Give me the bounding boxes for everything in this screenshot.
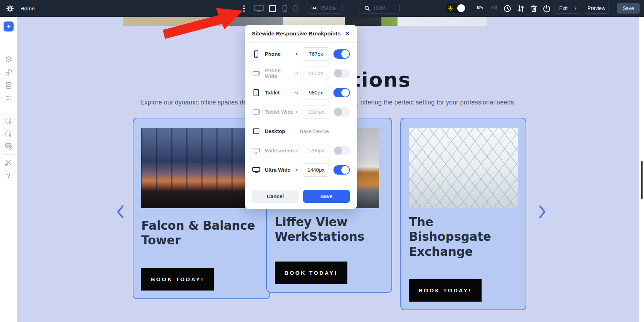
svg-text:?: ? (7, 173, 10, 179)
width-icon (312, 6, 317, 11)
comparator: < (294, 70, 299, 76)
trash-icon[interactable] (530, 4, 538, 13)
breakpoint-value-input[interactable] (303, 67, 329, 80)
breakpoint-label: Desktop (265, 128, 300, 134)
phone-icon (252, 50, 260, 58)
top-toolbar: Home 1540px 100% (0, 0, 644, 17)
cancel-button[interactable]: Cancel (252, 190, 299, 203)
chevron-down-icon[interactable]: ▼ (571, 3, 580, 13)
toggle-knob (334, 69, 342, 77)
breakpoint-value-input[interactable] (303, 105, 329, 119)
breakpoint-value-input[interactable] (303, 47, 329, 61)
sidebar-divider (4, 107, 14, 107)
history-icon[interactable] (503, 4, 512, 13)
carousel-next-icon[interactable] (537, 204, 547, 220)
breakpoint-value-input[interactable] (303, 163, 329, 177)
responsive-breakpoints-modal: Sitewide Responsive Breakpoints ✕ Phone … (245, 25, 357, 209)
phone-device-icon[interactable] (291, 4, 300, 13)
save-button[interactable]: Save (617, 3, 640, 14)
exit-button[interactable]: Exit ▼ (555, 3, 580, 14)
breadcrumb-home[interactable]: Home (20, 0, 35, 17)
carousel-prev-icon[interactable] (115, 204, 126, 220)
builder-window: Our Locations Explore our dynamic office… (0, 0, 644, 322)
preview-label: Preview (587, 5, 605, 11)
breakpoint-label: Ultra Wide (265, 167, 294, 173)
office-photo-falcon[interactable] (141, 128, 246, 208)
toggle-knob (457, 4, 465, 12)
scrollbar-thumb[interactable] (641, 161, 643, 199)
tablet-wide-toggle[interactable] (333, 107, 350, 117)
widescreen-toggle[interactable] (333, 146, 350, 155)
book-today-button[interactable]: BOOK TODAY! (141, 268, 214, 291)
phone-wide-toggle[interactable] (333, 69, 350, 78)
breakpoint-row-tablet-wide: Tablet Wide < (252, 102, 350, 122)
toggle-knob (334, 108, 342, 116)
modal-footer: Cancel Save (245, 190, 357, 203)
form-history-icon[interactable] (5, 142, 13, 150)
help-icon[interactable]: ? (5, 172, 13, 180)
add-icon[interactable]: + (4, 21, 14, 31)
breakpoint-row-desktop: Desktop Base Device (252, 122, 350, 141)
card-title[interactable]: Liffey View WerkStations (275, 215, 384, 244)
ultra-wide-icon (252, 166, 260, 174)
layers-icon[interactable] (5, 55, 13, 63)
office-photo-bishopsgate[interactable] (409, 128, 518, 208)
desktop-icon (252, 127, 260, 136)
power-icon[interactable] (542, 4, 551, 13)
undo-icon[interactable] (476, 4, 484, 13)
ultra-wide-toggle[interactable] (333, 165, 350, 175)
breakpoint-label: Tablet Wide (265, 109, 294, 115)
comparator: > (294, 148, 299, 153)
breakpoint-row-phone-wide: Phone Wide < (252, 64, 350, 83)
zoom-icon (364, 5, 370, 11)
modal-header: Sitewide Responsive Breakpoints ✕ (245, 25, 357, 43)
breakpoint-value-input[interactable] (303, 86, 329, 99)
hero-image-strip[interactable] (123, 17, 487, 26)
breakpoint-label: Widescreen (265, 148, 294, 153)
breakpoint-label: Tablet (265, 90, 294, 96)
comparator: > (294, 167, 299, 173)
preview-button[interactable]: Preview (584, 3, 609, 14)
builder-sidebar: + ? (0, 17, 17, 322)
location-card[interactable]: The Bishopsgate Exchange BOOK TODAY! (400, 118, 526, 310)
card-title[interactable]: Falcon & Balance Tower (141, 218, 259, 248)
exit-label: Exit (559, 5, 567, 11)
tools-icon[interactable] (5, 158, 13, 166)
phone-toggle[interactable] (333, 49, 350, 59)
list-options-icon[interactable] (5, 94, 13, 102)
breakpoint-label: Phone Wide (265, 68, 294, 79)
widescreen-icon (252, 146, 260, 155)
card-title[interactable]: The Bishopsgate Exchange (409, 215, 518, 259)
breakpoint-rows: Phone < Phone Wide < Tablet < (245, 43, 357, 180)
design-shapes-icon[interactable] (5, 69, 13, 77)
breakpoint-row-phone: Phone < (252, 44, 350, 64)
tablet-device-icon[interactable] (280, 4, 289, 13)
comparator: < (294, 51, 299, 57)
book-today-button[interactable]: BOOK TODAY! (409, 279, 482, 302)
zoom-value: 100% (373, 5, 386, 11)
theme-sun-toggle[interactable] (446, 4, 466, 13)
base-device-label: Base Device (300, 128, 350, 134)
canvas-width-control[interactable]: 1540px (307, 3, 343, 14)
database-icon[interactable] (5, 82, 13, 89)
sort-arrows-icon[interactable] (517, 4, 525, 13)
tablet-toggle[interactable] (333, 88, 350, 97)
gear-icon[interactable] (6, 4, 14, 13)
tablet-icon (252, 88, 260, 97)
select-element-icon[interactable] (5, 117, 13, 125)
kebab-menu-icon[interactable] (240, 4, 248, 13)
redo-icon[interactable] (489, 4, 498, 13)
phone-wide-icon (252, 69, 260, 78)
toggle-knob (334, 147, 342, 155)
breakpoint-row-ultra-wide: Ultra Wide > (252, 160, 350, 180)
select-container-icon[interactable] (5, 130, 13, 138)
zoom-control[interactable]: 100% (360, 3, 400, 14)
desktop-device-icon[interactable] (268, 4, 277, 13)
book-today-button[interactable]: BOOK TODAY! (275, 262, 347, 284)
close-icon[interactable]: ✕ (345, 31, 350, 37)
breakpoint-value-input[interactable] (303, 144, 329, 157)
widescreen-device-icon[interactable] (253, 4, 265, 13)
modal-save-button[interactable]: Save (303, 190, 350, 203)
canvas-width-value: 1540px (320, 5, 337, 11)
save-label: Save (623, 5, 634, 11)
